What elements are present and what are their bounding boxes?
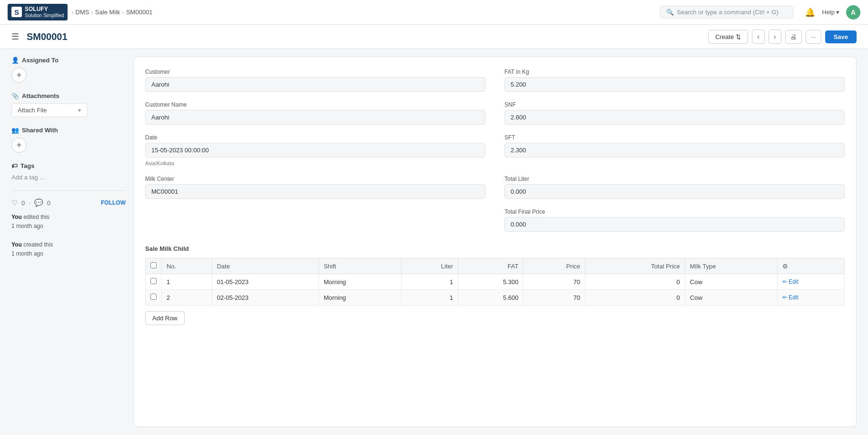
col-fat: FAT [458, 258, 523, 274]
customer-value[interactable]: Aarohi [145, 77, 485, 92]
next-button[interactable]: › [769, 30, 781, 44]
sft-group: SFT 2.300 [504, 134, 845, 166]
tags-section: 🏷 Tags Add a tag ... [11, 162, 126, 181]
total-final-price-value[interactable]: 0.000 [504, 217, 845, 232]
print-button[interactable]: 🖨 [785, 30, 802, 44]
fat-label: FAT in Kg [504, 69, 845, 75]
cell-total-price: 0 [585, 274, 685, 290]
table-section-title: Sale Milk Child [145, 245, 845, 252]
top-navigation: S SOLUFY Solution Simplified › DMS › Sal… [0, 0, 868, 25]
search-bar[interactable]: 🔍 Search or type a command (Ctrl + G) [660, 6, 793, 19]
total-liter-group: Total Liter 0.000 [504, 176, 845, 199]
milk-center-group: Milk Center MC00001 [145, 176, 485, 199]
fat-value[interactable]: 5.200 [504, 77, 845, 92]
gear-icon: ⚙ [782, 263, 788, 270]
breadcrumb-sm00001[interactable]: SM00001 [126, 9, 153, 16]
add-assigned-button[interactable]: + [11, 68, 27, 83]
cell-price: 70 [523, 290, 585, 306]
cell-fat: 5.600 [458, 290, 523, 306]
cell-date: 01-05-2023 [212, 274, 318, 290]
row-checkbox[interactable] [150, 294, 157, 300]
notification-bell-icon[interactable]: 🔔 [805, 7, 815, 18]
table-row: 2 02-05-2023 Morning 1 5.600 70 0 Cow ✏ … [146, 290, 845, 306]
paperclip-icon: 📎 [11, 92, 19, 99]
main-layout: 👤 Assigned To + 📎 Attachments Attach Fil… [0, 49, 868, 435]
sort-icon: ⇅ [736, 33, 741, 40]
divider [11, 190, 126, 191]
cell-edit[interactable]: ✏ Edit [777, 290, 844, 306]
select-all-checkbox[interactable] [150, 262, 157, 268]
logo-s-icon: S [11, 7, 22, 17]
cell-liter: 1 [402, 274, 458, 290]
breadcrumb-dms[interactable]: DMS [76, 9, 89, 16]
col-total-price: Total Price [585, 258, 685, 274]
edit-link[interactable]: ✏ Edit [782, 278, 839, 285]
snf-value[interactable]: 2.600 [504, 110, 845, 125]
prev-button[interactable]: ‹ [752, 30, 765, 44]
snf-label: SNF [504, 101, 845, 108]
main-content: Customer Aarohi FAT in Kg 5.200 Customer… [133, 57, 857, 427]
edit-link[interactable]: ✏ Edit [782, 294, 839, 301]
customer-name-group: Customer Name Aarohi [145, 101, 485, 125]
add-tag-button[interactable]: Add a tag ... [11, 174, 45, 181]
total-liter-value[interactable]: 0.000 [504, 184, 845, 199]
cell-edit[interactable]: ✏ Edit [777, 274, 844, 290]
chevron-down-icon: ▾ [836, 9, 839, 16]
cell-price: 70 [523, 274, 585, 290]
row-checkbox-cell[interactable] [146, 290, 162, 306]
col-date: Date [212, 258, 318, 274]
col-milk-type: Milk Type [685, 258, 777, 274]
cell-milk-type: Cow [685, 274, 777, 290]
milk-center-value[interactable]: MC00001 [145, 184, 485, 199]
activity-log: You edited this 1 month ago You created … [11, 213, 126, 258]
cell-fat: 5.300 [458, 274, 523, 290]
people-icon: 👥 [11, 127, 19, 134]
assigned-to-label: 👤 Assigned To [11, 57, 126, 64]
cell-shift: Morning [319, 274, 402, 290]
total-final-price-label: Total Final Price [504, 208, 845, 215]
page-actions: Create ⇅ ‹ › 🖨 ··· Save [708, 30, 857, 44]
attachments-section: 📎 Attachments Attach File + [11, 92, 126, 117]
hamburger-icon[interactable]: ☰ [11, 31, 19, 42]
customer-label: Customer [145, 69, 485, 75]
help-button[interactable]: Help ▾ [822, 9, 839, 16]
milk-center-label: Milk Center [145, 176, 485, 182]
customer-name-label: Customer Name [145, 101, 485, 108]
comment-icon[interactable]: 💬 [34, 198, 43, 207]
assigned-to-section: 👤 Assigned To + [11, 57, 126, 83]
row-checkbox[interactable] [150, 278, 157, 284]
user-avatar[interactable]: A [846, 5, 860, 20]
col-settings[interactable]: ⚙ [777, 258, 844, 274]
add-shared-button[interactable]: + [11, 138, 27, 153]
table-section: Sale Milk Child No. Date Shift Liter FAT… [145, 245, 845, 325]
logo-text: SOLUFY Solution Simplified [25, 6, 64, 18]
likes-count: 0 [21, 199, 25, 207]
activity-row: ♡ 0 · 💬 0 FOLLOW [11, 198, 126, 207]
table-row: 1 01-05-2023 Morning 1 5.300 70 0 Cow ✏ … [146, 274, 845, 290]
tag-icon: 🏷 [11, 162, 18, 169]
customer-name-value[interactable]: Aarohi [145, 110, 485, 125]
snf-group: SNF 2.600 [504, 101, 845, 125]
plus-icon: + [78, 107, 81, 114]
col-no: No. [162, 258, 212, 274]
heart-icon[interactable]: ♡ [11, 198, 18, 207]
cell-date: 02-05-2023 [212, 290, 318, 306]
add-row-button[interactable]: Add Row [145, 311, 185, 325]
timezone-label: Asia/Kolkata [145, 160, 485, 166]
row-checkbox-cell[interactable] [146, 274, 162, 290]
date-value[interactable]: 15-05-2023 00:00:00 [145, 143, 485, 158]
col-price: Price [523, 258, 585, 274]
save-button[interactable]: Save [825, 30, 857, 43]
logo[interactable]: S SOLUFY Solution Simplified [8, 4, 68, 20]
comments-count: 0 [47, 199, 50, 207]
create-button[interactable]: Create ⇅ [708, 30, 748, 44]
attach-file-button[interactable]: Attach File + [11, 103, 88, 117]
follow-button[interactable]: FOLLOW [101, 199, 126, 206]
more-options-button[interactable]: ··· [806, 30, 821, 44]
nav-right: 🔔 Help ▾ A [805, 5, 860, 20]
breadcrumb-sale-milk[interactable]: Sale Milk [95, 9, 120, 16]
select-all-header[interactable] [146, 258, 162, 274]
page-title: SM00001 [27, 31, 68, 42]
shared-with-section: 👥 Shared With + [11, 127, 126, 153]
sft-value[interactable]: 2.300 [504, 143, 845, 158]
